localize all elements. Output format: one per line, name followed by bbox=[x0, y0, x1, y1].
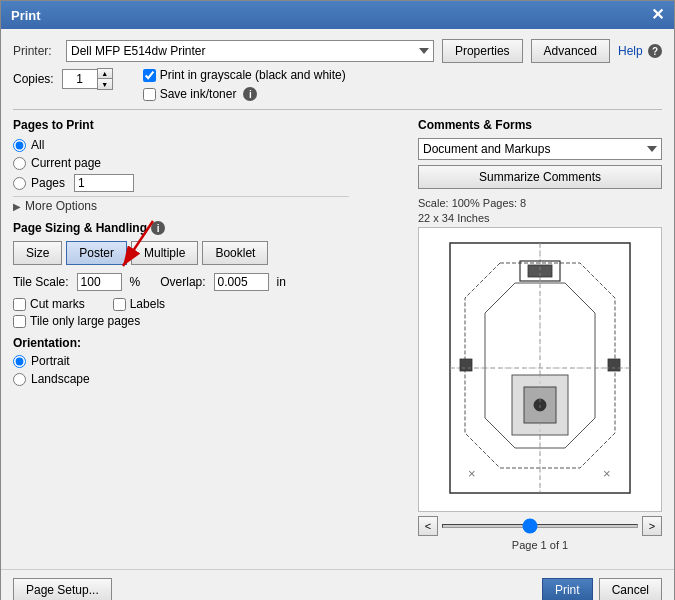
all-pages-label: All bbox=[31, 138, 44, 152]
more-options-row[interactable]: ▶ More Options bbox=[13, 199, 408, 213]
portrait-label: Portrait bbox=[31, 354, 70, 368]
title-bar: Print ✕ bbox=[1, 1, 674, 29]
grayscale-checkbox[interactable] bbox=[143, 69, 156, 82]
tile-only-label: Tile only large pages bbox=[30, 314, 140, 328]
page-sizing-info-icon: i bbox=[151, 221, 165, 235]
size-button[interactable]: Size bbox=[13, 241, 62, 265]
orientation-title: Orientation: bbox=[13, 336, 408, 350]
copies-label: Copies: bbox=[13, 72, 54, 86]
pages-row: Pages bbox=[13, 174, 408, 192]
current-page-radio[interactable] bbox=[13, 157, 26, 170]
comments-forms-title: Comments & Forms bbox=[418, 118, 662, 132]
portrait-row: Portrait bbox=[13, 354, 408, 368]
booklet-button[interactable]: Booklet bbox=[202, 241, 268, 265]
page-sizing-section: Page Sizing & Handling i Size Poster Mul… bbox=[13, 221, 408, 386]
poster-preview-svg: × × bbox=[440, 233, 640, 503]
size-buttons: Size Poster Multiple Booklet bbox=[13, 241, 408, 265]
left-panel: Pages to Print All Current page Pages bbox=[13, 118, 408, 551]
tile-scale-unit: % bbox=[130, 275, 141, 289]
preview-nav: < > bbox=[418, 516, 662, 536]
bottom-right-buttons: Print Cancel bbox=[542, 578, 662, 600]
tile-scale-input[interactable] bbox=[77, 273, 122, 291]
cancel-button[interactable]: Cancel bbox=[599, 578, 662, 600]
more-options-arrow: ▶ bbox=[13, 201, 21, 212]
current-page-label: Current page bbox=[31, 156, 101, 170]
copies-input[interactable] bbox=[62, 69, 97, 89]
current-page-row: Current page bbox=[13, 156, 408, 170]
page-sizing-title: Page Sizing & Handling bbox=[13, 221, 147, 235]
preview-area: × × bbox=[418, 227, 662, 512]
comments-select[interactable]: Document and Markups bbox=[418, 138, 662, 160]
main-area: Pages to Print All Current page Pages bbox=[13, 118, 662, 551]
scale-text: Scale: 100% Pages: 8 bbox=[418, 197, 662, 209]
copies-spinner: ▲ ▼ bbox=[97, 68, 113, 90]
grayscale-wrap: Print in grayscale (black and white) bbox=[143, 68, 346, 82]
copies-input-wrap: ▲ ▼ bbox=[62, 68, 113, 90]
printer-select[interactable]: Dell MFP E514dw Printer bbox=[66, 40, 434, 62]
overlap-input[interactable] bbox=[214, 273, 269, 291]
overlap-unit: in bbox=[277, 275, 286, 289]
help-icon: ? bbox=[648, 44, 662, 58]
help-link[interactable]: Help ? bbox=[618, 44, 662, 59]
copies-down-button[interactable]: ▼ bbox=[98, 79, 112, 89]
right-panel: Comments & Forms Document and Markups Su… bbox=[418, 118, 662, 551]
print-dialog: Print ✕ Printer: Dell MFP E514dw Printer… bbox=[0, 0, 675, 600]
more-options-label: More Options bbox=[25, 199, 97, 213]
printer-label: Printer: bbox=[13, 44, 58, 58]
tile-only-checkbox[interactable] bbox=[13, 315, 26, 328]
poster-button[interactable]: Poster bbox=[66, 241, 127, 265]
properties-button[interactable]: Properties bbox=[442, 39, 523, 63]
all-pages-radio[interactable] bbox=[13, 139, 26, 152]
bottom-bar: Page Setup... Print Cancel bbox=[1, 569, 674, 600]
labels-label: Labels bbox=[130, 297, 165, 311]
dialog-title: Print bbox=[11, 8, 41, 23]
cut-marks-label: Cut marks bbox=[30, 297, 85, 311]
orientation-section: Orientation: Portrait Landscape bbox=[13, 336, 408, 386]
summarize-comments-button[interactable]: Summarize Comments bbox=[418, 165, 662, 189]
svg-rect-8 bbox=[608, 359, 620, 371]
save-ink-info-icon: i bbox=[243, 87, 257, 101]
pages-to-print-title: Pages to Print bbox=[13, 118, 408, 132]
copies-up-button[interactable]: ▲ bbox=[98, 69, 112, 79]
cut-marks-wrap: Cut marks Labels bbox=[13, 297, 408, 311]
svg-rect-7 bbox=[460, 359, 472, 371]
save-ink-wrap: Save ink/toner i bbox=[143, 87, 346, 101]
overlap-label: Overlap: bbox=[160, 275, 205, 289]
tile-scale-row: Tile Scale: % Overlap: in bbox=[13, 273, 408, 291]
landscape-row: Landscape bbox=[13, 372, 408, 386]
pages-input[interactable] bbox=[74, 174, 134, 192]
print-button[interactable]: Print bbox=[542, 578, 593, 600]
page-info-text: Page 1 of 1 bbox=[418, 539, 662, 551]
tile-scale-label: Tile Scale: bbox=[13, 275, 69, 289]
size-inches-text: 22 x 34 Inches bbox=[418, 212, 662, 224]
save-ink-label: Save ink/toner bbox=[160, 87, 237, 101]
landscape-label: Landscape bbox=[31, 372, 90, 386]
advanced-button[interactable]: Advanced bbox=[531, 39, 610, 63]
svg-text:×: × bbox=[468, 466, 476, 481]
landscape-radio[interactable] bbox=[13, 373, 26, 386]
dialog-body: Printer: Dell MFP E514dw Printer Propert… bbox=[1, 29, 674, 561]
save-ink-checkbox[interactable] bbox=[143, 88, 156, 101]
prev-page-button[interactable]: < bbox=[418, 516, 438, 536]
page-slider[interactable] bbox=[442, 524, 638, 528]
pages-divider bbox=[13, 196, 349, 197]
page-setup-button[interactable]: Page Setup... bbox=[13, 578, 112, 600]
portrait-radio[interactable] bbox=[13, 355, 26, 368]
grayscale-label: Print in grayscale (black and white) bbox=[160, 68, 346, 82]
multiple-button[interactable]: Multiple bbox=[131, 241, 198, 265]
tile-only-wrap: Tile only large pages bbox=[13, 314, 408, 328]
pages-radio[interactable] bbox=[13, 177, 26, 190]
close-button[interactable]: ✕ bbox=[651, 7, 664, 23]
svg-text:×: × bbox=[603, 466, 611, 481]
pages-label: Pages bbox=[31, 176, 65, 190]
labels-checkbox[interactable] bbox=[113, 298, 126, 311]
next-page-button[interactable]: > bbox=[642, 516, 662, 536]
cut-marks-checkbox[interactable] bbox=[13, 298, 26, 311]
all-pages-row: All bbox=[13, 138, 408, 152]
pages-to-print-section: Pages to Print All Current page Pages bbox=[13, 118, 408, 213]
